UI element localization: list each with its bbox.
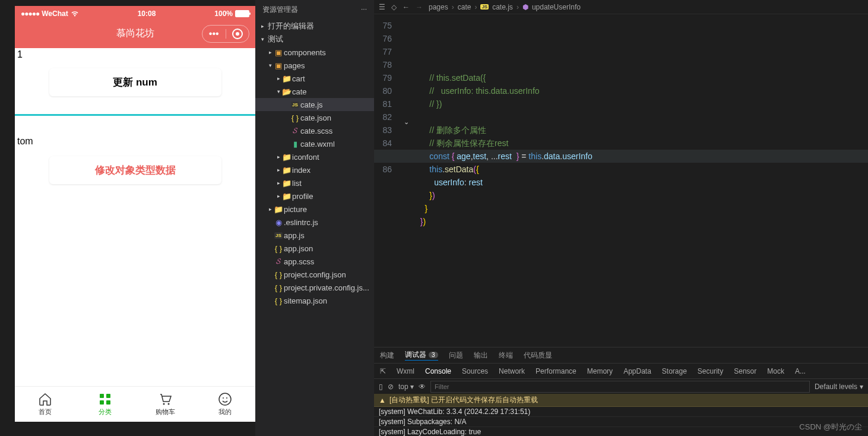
inspect-icon[interactable]: ⇱ [380,367,386,375]
tree-item-profile[interactable]: ▸📁profile [255,189,374,203]
open-editors-section[interactable]: 打开的编辑器 [255,20,374,33]
nav-back-icon[interactable]: ← [403,3,410,11]
tab-quality[interactable]: 代码质显 [524,350,552,361]
status-bar: ●●●●● WeChat 10:08 100% [15,6,255,21]
devtools-mock[interactable]: Mock [767,367,784,375]
capsule-menu-icon[interactable]: ••• [202,29,226,39]
warning-icon: ▲ [379,396,386,405]
tab-terminal[interactable]: 终端 [499,350,513,361]
tab-profile[interactable]: 我的 [195,387,255,422]
panel-tabs: 构建 调试器 3 问题 输出 终端 代码质显 [374,347,868,363]
tree-item-list[interactable]: ▸📁list [255,176,374,189]
svg-rect-3 [106,400,110,405]
devtools-sensor[interactable]: Sensor [734,367,756,375]
devtools-memory[interactable]: Memory [587,367,613,375]
line-gutter: 757677787980818283848586 [374,14,404,347]
capsule-button[interactable]: ••• [202,25,249,43]
file-tree: ▸▣components▾▣pages▸📁cart▾📂cateJScate.js… [255,46,374,436]
devtools-wxml[interactable]: Wxml [397,367,414,375]
tab-bar: 首页 分类 购物车 我的 [15,386,255,422]
tree-item-app-scss[interactable]: 𝓢app.scss [255,255,374,268]
tree-item-cate-scss[interactable]: 𝓢cate.scss [255,124,374,137]
bookmark-icon[interactable]: ◇ [391,3,397,11]
tree-item-app-json[interactable]: { }app.json [255,242,374,255]
tree-item-iconfont[interactable]: ▸📁iconfont [255,150,374,163]
svg-rect-2 [100,400,104,405]
svg-point-7 [223,397,224,399]
levels-dropdown[interactable]: Default levels ▾ [815,383,863,391]
capsule-close-icon[interactable] [226,29,249,39]
live-expression-icon[interactable]: 👁 [419,383,426,391]
context-selector[interactable]: top ▾ [398,383,414,391]
devtools-security[interactable]: Security [698,367,723,375]
tree-item-pages[interactable]: ▾▣pages [255,59,374,72]
tree-item-cate-js[interactable]: JScate.js [255,98,374,111]
battery-indicator: 100% [214,10,249,18]
status-time: 10:08 [138,10,156,18]
explorer-title: 资源管理器 [262,5,298,15]
name-value: tom [15,134,255,149]
breadcrumb[interactable]: pages› cate› JS cate.js› ⬢ updateUserInf… [429,3,581,11]
devtools-network[interactable]: Network [499,367,525,375]
console-line: [system] LazyCodeLoading: true [374,427,868,436]
svg-point-6 [219,393,231,405]
num-value: 1 [15,48,255,61]
nav-forward-icon[interactable]: → [416,3,423,11]
home-icon [38,392,52,406]
console-output[interactable]: ▲[自动热重载] 已开启代码文件保存后自动热重载[system] WeChatL… [374,394,868,436]
explorer-header: 资源管理器 ··· [255,0,374,20]
tab-home[interactable]: 首页 [15,387,75,422]
page-title: 慕尚花坊 [116,27,154,40]
project-section[interactable]: 测试 [255,33,374,46]
tab-debugger[interactable]: 调试器 3 [405,350,438,361]
tab-category[interactable]: 分类 [75,387,135,422]
devtools-performance[interactable]: Performance [536,367,576,375]
devtools-storage[interactable]: Storage [662,367,687,375]
svg-rect-1 [106,394,110,398]
wechat-simulator: ●●●●● WeChat 10:08 100% 慕尚花坊 ••• 1 更新 nu… [15,6,255,422]
method-icon: ⬢ [522,3,528,11]
devtools-more[interactable]: A... [795,367,806,375]
tab-cart[interactable]: 购物车 [135,387,195,422]
tab-output[interactable]: 输出 [474,350,488,361]
tree-item-cate-json[interactable]: { }cate.json [255,111,374,124]
simulator-header: ●●●●● WeChat 10:08 100% 慕尚花坊 ••• [15,6,255,48]
tree-item-cate[interactable]: ▾📂cate [255,85,374,98]
profile-icon [218,392,232,406]
filter-input[interactable] [430,381,810,393]
tree-item-project-config-json[interactable]: { }project.config.json [255,268,374,281]
devtools-sources[interactable]: Sources [462,367,488,375]
tree-item-picture[interactable]: ▸📁picture [255,203,374,216]
tree-item-cate-wxml[interactable]: ▮cate.wxml [255,137,374,150]
clear-console-icon[interactable]: ⊘ [388,383,394,391]
tree-item-project-private-config-js---[interactable]: { }project.private.config.js... [255,281,374,294]
svg-point-4 [163,403,165,405]
tree-item--eslintrc-js[interactable]: ◉.eslintrc.js [255,216,374,229]
devtools-appdata[interactable]: AppData [623,367,651,375]
list-icon[interactable]: ☰ [379,3,385,11]
sidebar-toggle-icon[interactable]: ▯ [379,383,383,391]
editor-pane: ☰ ◇ ← → pages› cate› JS cate.js› ⬢ updat… [374,0,868,436]
tree-item-cart[interactable]: ▸📁cart [255,72,374,85]
svg-rect-0 [100,394,104,398]
tree-item-sitemap-json[interactable]: { }sitemap.json [255,294,374,307]
code-content[interactable]: ⌄ // this.setData({ // userInfo: this.da… [404,14,868,347]
devtools-console[interactable]: Console [425,367,451,375]
cart-icon [158,392,172,406]
tab-issues[interactable]: 问题 [449,350,463,361]
update-num-button[interactable]: 更新 num [49,68,221,96]
explorer-panel: 资源管理器 ··· 打开的编辑器 测试 ▸▣components▾▣pages▸… [255,0,374,436]
code-editor[interactable]: 757677787980818283848586 ⌄ // this.setDa… [374,14,868,347]
divider [15,114,255,116]
tree-item-components[interactable]: ▸▣components [255,46,374,59]
modify-object-button[interactable]: 修改对象类型数据 [49,156,221,184]
tree-item-app-js[interactable]: JSapp.js [255,229,374,242]
battery-icon [235,10,249,17]
bottom-panel: 构建 调试器 3 问题 输出 终端 代码质显 ⇱ Wxml Console So… [374,347,868,436]
explorer-more-icon[interactable]: ··· [361,5,367,15]
tree-item-index[interactable]: ▸📁index [255,163,374,176]
category-icon [98,392,112,406]
carrier-label: WeChat [42,10,68,18]
fold-icon[interactable]: ⌄ [404,115,409,128]
tab-build[interactable]: 构建 [380,350,394,361]
